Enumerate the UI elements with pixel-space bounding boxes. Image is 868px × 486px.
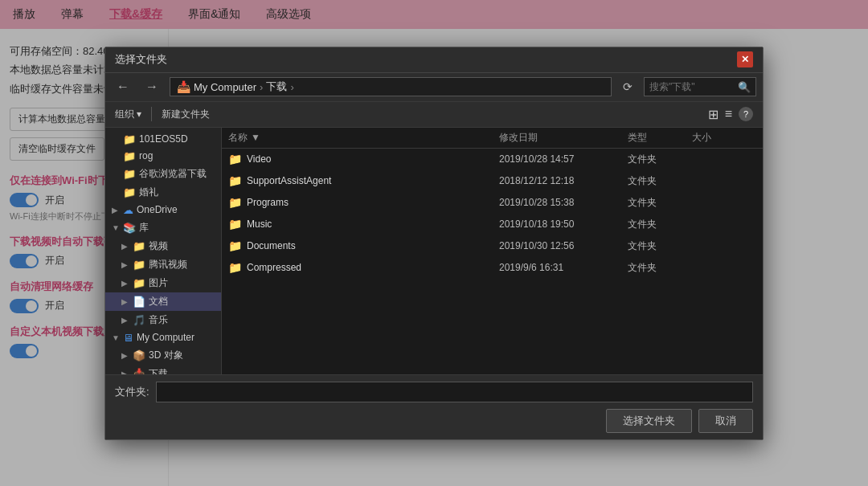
- tree-label: My Computer: [137, 332, 194, 343]
- folder-input[interactable]: [156, 382, 753, 402]
- tree-label: 101EOS5D: [139, 133, 188, 145]
- file-date: 2019/10/30 12:56: [499, 240, 628, 251]
- help-button[interactable]: ?: [739, 107, 753, 121]
- folder-icon: 📁: [133, 240, 145, 252]
- file-name: 📁 Compressed: [228, 261, 499, 274]
- organize-button[interactable]: 组织 ▾: [115, 108, 141, 121]
- file-name-label: Documents: [247, 240, 296, 251]
- file-type: 文件夹: [628, 218, 692, 231]
- tree-item-tencent[interactable]: ▶ 📁 腾讯视频: [105, 255, 221, 274]
- tree-item-google[interactable]: 📁 谷歌浏览器下载: [105, 165, 221, 183]
- tree-label: rog: [139, 150, 153, 161]
- folder-icon: 📁: [228, 174, 242, 187]
- path-download[interactable]: 下载: [266, 80, 287, 94]
- folder-icon: 📁: [228, 261, 242, 274]
- folder-icon: 📚: [123, 222, 136, 234]
- tree-item-101eos5d[interactable]: 📁 101EOS5D: [105, 131, 221, 148]
- tree-item-onedrive[interactable]: ▶ ☁ OneDrive: [105, 202, 221, 218]
- file-name: 📁 Video: [228, 153, 499, 165]
- view-icon[interactable]: ⊞: [708, 107, 719, 122]
- folder-icon: 📄: [133, 296, 145, 308]
- refresh-button[interactable]: ⟳: [618, 79, 637, 95]
- tree-item-pictures[interactable]: ▶ 📁 图片: [105, 274, 221, 292]
- dialog-titlebar: 选择文件夹 ✕: [105, 47, 763, 73]
- file-name: 📁 SupportAssistAgent: [228, 174, 499, 187]
- tree-item-downloads[interactable]: ▶ 📥 下载: [105, 365, 221, 374]
- file-name: 📁 Music: [228, 218, 499, 231]
- tree-label: OneDrive: [137, 204, 178, 215]
- toolbar: 组织 ▾ 新建文件夹 ⊞ ≡ ?: [105, 102, 763, 128]
- folder-icon: 📁: [133, 277, 145, 289]
- folder-icon: 📁: [228, 239, 242, 252]
- back-button[interactable]: ←: [112, 78, 134, 96]
- file-date: 2019/10/28 14:57: [499, 153, 628, 165]
- file-row[interactable]: 📁 Compressed 2019/9/6 16:31 文件夹: [222, 257, 763, 279]
- path-icon: 📥: [177, 80, 190, 93]
- view-details-icon[interactable]: ≡: [725, 107, 732, 121]
- tree-panel: 📁 101EOS5D 📁 rog 📁 谷歌浏览器下载: [105, 128, 222, 374]
- tree-label: 谷歌浏览器下载: [139, 167, 207, 181]
- header-date[interactable]: 修改日期: [499, 131, 628, 145]
- address-path: 📥 My Computer › 下载 ›: [170, 77, 612, 96]
- file-name: 📁 Documents: [228, 239, 499, 252]
- chevron-icon: ▶: [121, 279, 129, 288]
- dialog-actions: 选择文件夹 取消: [115, 409, 753, 433]
- tree-label: 视频: [149, 239, 168, 253]
- file-name: 📁 Programs: [228, 196, 499, 209]
- folder-icon: 📁: [123, 168, 136, 180]
- tree-item-mycomputer[interactable]: ▼ 🖥 My Computer: [105, 329, 221, 346]
- file-row[interactable]: 📁 Programs 2019/10/28 15:38 文件夹: [222, 192, 763, 214]
- dialog-close-button[interactable]: ✕: [737, 51, 753, 67]
- chevron-icon: ▶: [121, 260, 129, 269]
- folder-label: 文件夹:: [115, 385, 149, 399]
- file-type: 文件夹: [628, 261, 692, 275]
- folder-icon: 📁: [133, 259, 145, 271]
- dialog-title: 选择文件夹: [115, 52, 167, 67]
- file-date: 2019/10/18 19:50: [499, 218, 628, 230]
- file-date: 2019/9/6 16:31: [499, 262, 628, 273]
- header-size[interactable]: 大小: [692, 131, 756, 145]
- search-input[interactable]: [649, 81, 735, 92]
- tree-item-wedding[interactable]: 📁 婚礼: [105, 183, 221, 202]
- chevron-icon: ▶: [121, 242, 129, 251]
- folder-icon: 📁: [228, 218, 242, 231]
- chevron-down-icon: ▼: [112, 333, 120, 342]
- tree-item-video[interactable]: ▶ 📁 视频: [105, 237, 221, 255]
- folder-icon: 🎵: [133, 314, 145, 326]
- file-row[interactable]: 📁 Music 2019/10/18 19:50 文件夹: [222, 214, 763, 235]
- file-name-label: SupportAssistAgent: [247, 175, 331, 186]
- path-sep2: ›: [290, 81, 293, 93]
- file-row[interactable]: 📁 Video 2019/10/28 14:57 文件夹: [222, 149, 763, 170]
- file-list-panel: 名称 ▼ 修改日期 类型 大小 📁 Video 2019/10/28 14:57…: [222, 128, 763, 374]
- file-name-label: Music: [247, 218, 272, 230]
- new-folder-button[interactable]: 新建文件夹: [162, 108, 210, 121]
- tree-label: 3D 对象: [149, 349, 183, 362]
- search-box: 🔍: [644, 77, 756, 96]
- tree-item-3d[interactable]: ▶ 📦 3D 对象: [105, 346, 221, 365]
- tree-item-rog[interactable]: 📁 rog: [105, 148, 221, 165]
- tree-item-documents[interactable]: ▶ 📄 文档: [105, 292, 221, 311]
- folder-icon: 📁: [228, 196, 242, 209]
- select-folder-button[interactable]: 选择文件夹: [606, 409, 692, 433]
- forward-button[interactable]: →: [141, 78, 163, 96]
- path-mycomputer[interactable]: My Computer: [194, 81, 256, 93]
- chevron-icon: ▶: [121, 297, 129, 306]
- address-bar: ← → 📥 My Computer › 下载 › ⟳ 🔍: [105, 73, 763, 102]
- file-name-label: Compressed: [247, 262, 301, 273]
- tree-item-music[interactable]: ▶ 🎵 音乐: [105, 311, 221, 329]
- file-row[interactable]: 📁 SupportAssistAgent 2018/12/12 12:18 文件…: [222, 170, 763, 192]
- chevron-right-icon: ▶: [112, 206, 120, 214]
- tree-item-library[interactable]: ▼ 📚 库: [105, 218, 221, 237]
- dialog-bottom: 文件夹: 选择文件夹 取消: [105, 374, 763, 439]
- header-type[interactable]: 类型: [628, 131, 692, 145]
- cancel-button[interactable]: 取消: [698, 409, 753, 433]
- file-type: 文件夹: [628, 174, 692, 188]
- header-name[interactable]: 名称 ▼: [228, 131, 499, 145]
- file-row[interactable]: 📁 Documents 2019/10/30 12:56 文件夹: [222, 235, 763, 257]
- main-content: 可用存储空间：82.40GB 本地数据总容量未计算 临时缓存文件容量未计算 计算…: [0, 29, 868, 486]
- folder-icon: 📦: [133, 349, 145, 361]
- cloud-icon: ☁: [123, 204, 133, 216]
- folder-icon: 📁: [123, 133, 136, 145]
- file-list-header: 名称 ▼ 修改日期 类型 大小: [222, 128, 763, 149]
- search-icon: 🔍: [738, 81, 751, 93]
